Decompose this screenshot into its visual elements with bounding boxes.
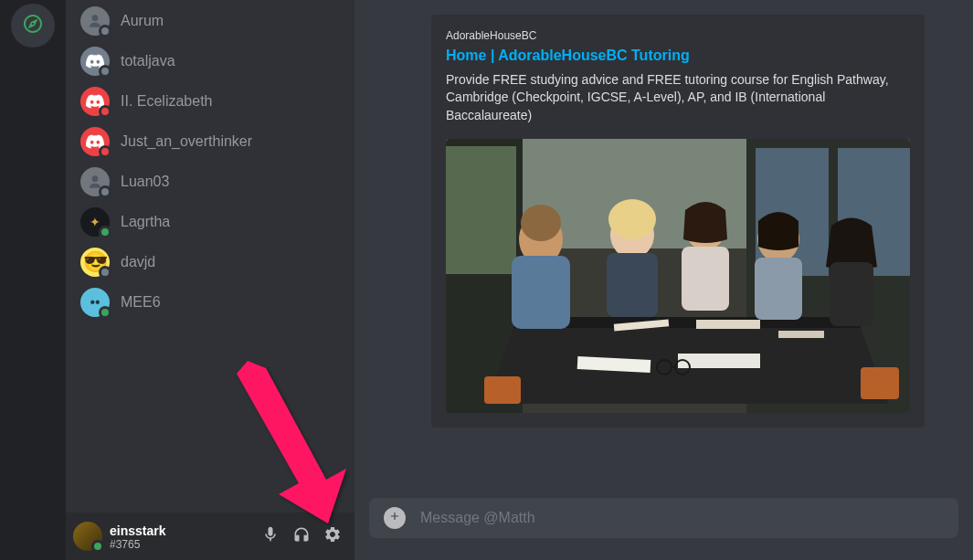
message-input[interactable] bbox=[420, 510, 944, 526]
member-name: II. Ecelizabeth bbox=[121, 93, 213, 110]
settings-button[interactable] bbox=[318, 522, 347, 551]
member-item[interactable]: Luan03 bbox=[73, 163, 347, 201]
member-name: totaljava bbox=[121, 53, 175, 69]
svg-rect-27 bbox=[830, 262, 873, 326]
microphone-icon bbox=[261, 525, 280, 547]
current-user-info[interactable]: einsstark #3765 bbox=[110, 523, 256, 551]
avatar bbox=[80, 167, 110, 196]
embed-title-link[interactable]: Home | AdorableHouseBC Tutoring bbox=[446, 48, 910, 64]
svg-point-1 bbox=[92, 175, 99, 182]
plus-icon bbox=[388, 510, 401, 526]
member-item[interactable]: totaljava bbox=[73, 42, 347, 80]
user-panel: einsstark #3765 bbox=[66, 512, 354, 560]
svg-point-20 bbox=[608, 199, 656, 239]
message-input-area bbox=[354, 498, 973, 560]
member-item[interactable]: II. Ecelizabeth bbox=[73, 82, 347, 121]
embed-description: Provide FREE studying advice and FREE tu… bbox=[446, 71, 910, 124]
status-offline-icon bbox=[99, 185, 111, 198]
server-bar bbox=[0, 0, 66, 560]
avatar bbox=[80, 127, 110, 156]
headphones-icon bbox=[292, 525, 311, 547]
status-online-icon bbox=[99, 226, 111, 238]
avatar: ✦ bbox=[80, 207, 110, 237]
current-user-tag: #3765 bbox=[110, 539, 256, 551]
status-dnd-icon bbox=[99, 105, 111, 118]
member-item[interactable]: ✦Lagrtha bbox=[73, 203, 347, 241]
avatar bbox=[80, 47, 110, 76]
svg-rect-23 bbox=[682, 247, 729, 311]
compass-icon bbox=[22, 13, 44, 38]
channel-sidebar: AurumtotaljavaII. EcelizabethJust_an_ove… bbox=[66, 0, 354, 560]
current-user-name: einsstark bbox=[110, 523, 256, 539]
gear-icon bbox=[323, 525, 342, 547]
member-name: Just_an_overthinker bbox=[121, 133, 252, 150]
status-online-icon bbox=[99, 306, 111, 319]
svg-rect-8 bbox=[446, 146, 516, 274]
status-offline-icon bbox=[99, 266, 111, 279]
member-name: davjd bbox=[121, 254, 155, 270]
mute-button[interactable] bbox=[256, 522, 285, 551]
status-offline-icon bbox=[99, 65, 111, 78]
messages-area: AdorableHouseBC Home | AdorableHouseBC T… bbox=[354, 0, 973, 498]
link-embed: AdorableHouseBC Home | AdorableHouseBC T… bbox=[431, 15, 925, 428]
svg-point-0 bbox=[92, 15, 99, 21]
member-list: AurumtotaljavaII. EcelizabethJust_an_ove… bbox=[66, 0, 354, 512]
member-name: Lagrtha bbox=[121, 214, 170, 230]
avatar: •• bbox=[80, 288, 110, 317]
member-item[interactable]: 😎davjd bbox=[73, 243, 347, 281]
member-name: Aurum bbox=[121, 13, 164, 29]
avatar bbox=[80, 6, 110, 36]
avatar bbox=[80, 87, 110, 116]
svg-rect-25 bbox=[755, 258, 802, 320]
main-chat-area: AdorableHouseBC Home | AdorableHouseBC T… bbox=[354, 0, 973, 560]
svg-rect-28 bbox=[484, 376, 521, 404]
member-name: Luan03 bbox=[121, 174, 169, 190]
status-offline-icon bbox=[99, 25, 111, 37]
svg-point-17 bbox=[521, 205, 561, 241]
embed-provider: AdorableHouseBC bbox=[446, 29, 910, 42]
svg-rect-29 bbox=[861, 367, 899, 399]
status-dnd-icon bbox=[99, 145, 111, 158]
member-item[interactable]: Just_an_overthinker bbox=[73, 122, 347, 161]
upload-button[interactable] bbox=[384, 507, 406, 529]
svg-rect-21 bbox=[607, 253, 658, 317]
svg-rect-12 bbox=[696, 320, 760, 329]
member-item[interactable]: Aurum bbox=[73, 2, 347, 40]
svg-rect-18 bbox=[512, 256, 570, 329]
message-input-wrap bbox=[369, 498, 958, 538]
deafen-button[interactable] bbox=[287, 522, 316, 551]
explore-server-button[interactable] bbox=[11, 4, 55, 48]
user-controls bbox=[256, 522, 347, 551]
svg-rect-15 bbox=[778, 331, 824, 338]
embed-image[interactable] bbox=[446, 139, 910, 413]
current-user-avatar[interactable] bbox=[73, 522, 102, 551]
avatar: 😎 bbox=[80, 248, 110, 277]
member-name: MEE6 bbox=[121, 294, 161, 311]
status-online-icon bbox=[91, 540, 104, 553]
member-item[interactable]: ••MEE6 bbox=[73, 283, 347, 322]
